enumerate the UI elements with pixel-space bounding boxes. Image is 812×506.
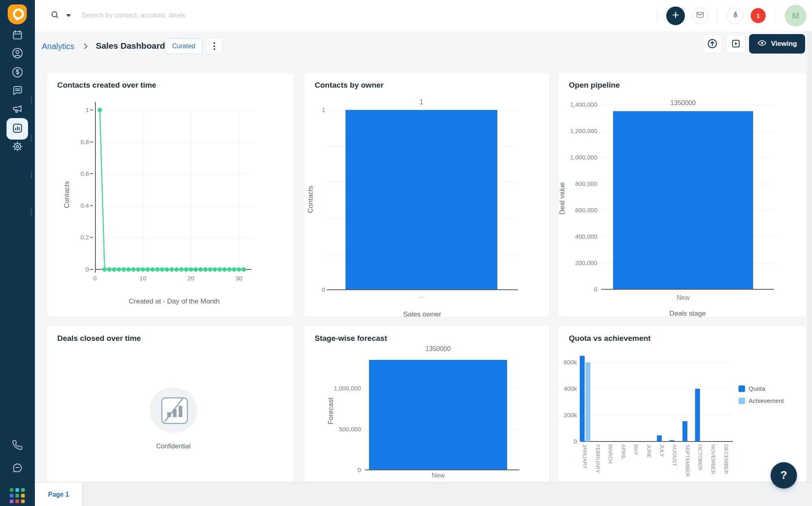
data-point [222, 267, 227, 272]
legend-item[interactable]: Quota [739, 385, 765, 392]
value-label: 1350000 [369, 345, 507, 353]
data-point [170, 267, 174, 272]
chart-card-open-pipeline: Open pipeline 1,400,0001,200,0001,000,00… [558, 72, 807, 317]
app-switcher-icon[interactable] [10, 488, 25, 504]
y-tick-label: 200,000 [561, 259, 597, 266]
data-point [232, 267, 236, 272]
data-point [131, 267, 136, 272]
y-tick-label: 200k [558, 411, 577, 418]
sidebar-item-calendar[interactable] [0, 26, 35, 45]
sidebar-item-phone[interactable] [0, 437, 35, 455]
x-tick-label: OCTOBER [697, 444, 703, 470]
x-tick-label: 0 [87, 275, 103, 282]
data-point [160, 267, 164, 272]
data-point [208, 267, 212, 272]
whats-new-button[interactable] [727, 8, 743, 24]
sidebar-item-contacts[interactable] [0, 45, 35, 63]
data-point [155, 267, 160, 272]
data-point [141, 267, 145, 272]
export-button[interactable] [702, 35, 722, 54]
calendar-icon [12, 29, 23, 42]
page-header: Analytics Sales Dashboard Curated Viewin… [35, 31, 812, 65]
megaphone-icon [11, 103, 24, 117]
sidebar-item-analytics-selected[interactable] [6, 118, 28, 140]
email-button[interactable] [692, 8, 708, 24]
chart-card-contacts-by-owner: Contacts by owner 101---Sales ownerConta… [304, 72, 550, 317]
legend-swatch [739, 398, 745, 404]
divider [775, 10, 775, 22]
sidebar-item-bot-chat[interactable] [0, 459, 35, 478]
presentation-button[interactable] [726, 35, 746, 54]
bar-quota[interactable] [580, 356, 585, 441]
data-point [218, 267, 222, 272]
data-point [213, 267, 217, 272]
x-axis-line [365, 469, 519, 470]
data-point [189, 267, 193, 272]
scrollbar-track[interactable] [807, 31, 812, 482]
x-tick-label: AUGUST [672, 444, 678, 466]
y-axis-title: Deal value [558, 162, 566, 235]
y-axis-title: Contacts [63, 158, 71, 231]
bar-achievement[interactable] [585, 362, 590, 441]
search-scope-caret-icon[interactable] [66, 14, 71, 17]
page-tab-1[interactable]: Page 1 [35, 482, 82, 506]
gridline [581, 362, 733, 363]
y-tick-label: 400k [558, 385, 577, 392]
x-tick-label: MAY [633, 444, 639, 455]
y-tick-label: 0 [324, 466, 361, 473]
x-axis-title: Created at - Day of the Month [95, 297, 253, 306]
data-point [184, 267, 188, 272]
y-tick-label: 0 [65, 266, 89, 273]
x-tick-label: JANUARY [582, 444, 588, 469]
data-point [121, 267, 126, 272]
campaigns-kebab-icon[interactable] [30, 209, 32, 215]
x-tick-label: 30 [231, 275, 247, 282]
bar-quota[interactable] [669, 440, 674, 441]
chart-card-quota-vs-achievement: Quota vs achievement 600k400k200k0JANUAR… [558, 325, 807, 484]
data-point [237, 267, 241, 272]
dashboard-menu-button[interactable] [206, 38, 222, 54]
phone-icon [12, 439, 23, 452]
bar[interactable] [346, 110, 497, 290]
sidebar-item-campaigns[interactable] [0, 101, 35, 119]
app-window: $ [0, 0, 812, 506]
search-input[interactable] [81, 11, 310, 20]
y-tick-label: 0.2 [65, 234, 89, 241]
viewing-mode-button[interactable]: Viewing [749, 34, 805, 54]
page-tabs-bar: Page 1 [35, 482, 812, 506]
x-tick-label: 10 [135, 275, 151, 282]
conversations-kebab-icon[interactable] [30, 172, 32, 178]
x-tick-label: NOVEMBER [710, 444, 716, 474]
data-point [194, 267, 198, 272]
bar-quota[interactable] [682, 421, 687, 441]
bar[interactable] [369, 360, 507, 470]
notifications-badge[interactable]: 1 [751, 8, 766, 23]
bar-quota[interactable] [657, 435, 662, 441]
data-point [136, 267, 140, 272]
divider [657, 10, 657, 22]
x-tick-label: DECEMBER [723, 444, 729, 474]
gear-icon [11, 140, 24, 154]
sidebar-item-settings[interactable] [0, 138, 35, 157]
data-point [146, 267, 150, 272]
y-tick-mark [90, 110, 93, 110]
search-icon[interactable] [50, 10, 60, 21]
help-button[interactable]: ? [771, 462, 797, 489]
avatar[interactable]: M [785, 5, 806, 26]
chart-contacts-by-owner: 101---Sales ownerContacts [304, 73, 549, 317]
x-tick-label: JULY [659, 444, 665, 457]
freshworks-logo-icon[interactable] [8, 4, 27, 24]
chevron-right-icon [83, 42, 89, 52]
breadcrumb-analytics-link[interactable]: Analytics [42, 42, 74, 51]
quick-add-button[interactable]: + [666, 6, 685, 25]
line-series[interactable] [95, 108, 253, 272]
sidebar-item-conversations[interactable] [0, 82, 35, 101]
deals-icon: $ [11, 66, 24, 80]
bar[interactable] [613, 111, 753, 289]
sidebar-item-deals[interactable]: $ [0, 64, 35, 82]
y-tick-mark [90, 142, 93, 142]
bar-quota[interactable] [695, 389, 700, 441]
chart-card-deals-closed: Deals closed over time Confidential [46, 325, 294, 484]
legend-item[interactable]: Achievement [739, 397, 784, 404]
data-point [203, 267, 207, 272]
